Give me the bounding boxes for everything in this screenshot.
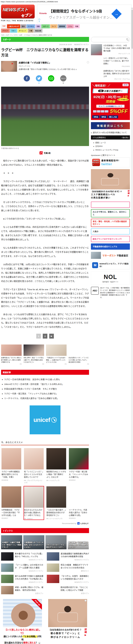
- nav-tab[interactable]: 特集: [74, 24, 80, 28]
- sidebar-link-box[interactable]: 不動産売却の成功マニュアル: [91, 244, 130, 250]
- sidebar-pr-item[interactable]: 1日2回食後に○○すると、14日で-10kg！日本人の9割が痩せる習慣が話題 P…: [91, 44, 130, 55]
- twitter-promo[interactable]: NEWS ポストセブン 最新情報配信中! twitter: [91, 158, 130, 167]
- news-list-item[interactable]: 埼玉小4殺害 無職夫がアプリで会ったもう1人の女性の告白 週刊ポスト: [47, 564, 89, 572]
- nav-tab[interactable]: 国内: [21, 24, 26, 28]
- recommend-card[interactable]: 「1日1分で髪の量が…」愛用者続出の売れすぎ育毛剤がすごい PR（ソーシャルテッ…: [46, 486, 67, 520]
- category-bar[interactable]: スポーツ: [1, 37, 89, 42]
- nav-tab[interactable]: コラム: [67, 24, 74, 28]
- recommend-card[interactable]: ラグビー代表・堀江翔太 「ドレッドヘアはみんな嫌がる」 2019/9/12: [68, 448, 89, 484]
- scroll-up-arrow[interactable]: ▲: [131, 7, 133, 9]
- logly-credit[interactable]: Recommended by Lg LOGLY: [1, 522, 89, 524]
- nav-tab[interactable]: 介護: [28, 29, 34, 33]
- column-source-item[interactable]: 日刊SPA!: [93, 144, 130, 148]
- nav-tab[interactable]: 国際情報: [58, 24, 66, 28]
- bottom-ad-right[interactable]: i 【ほぼ全員目のたるみが治ります】？ 朝の数秒で「ピーン」と 伸びるアイロンク…: [48, 599, 87, 644]
- pr-card[interactable]: ほぼ全員のシミが…?「シミだらけの顔にまず試してみて」渡辺美奈代が愛用 PR: [68, 344, 89, 365]
- nav-tab[interactable]: ダイエット: [18, 29, 28, 33]
- nav-tab[interactable]: TOP: [1, 24, 7, 28]
- inline-ad[interactable]: 皮膚科の妻「イボは家で簡単に」 PR(チュラコス) 皮膚科医の妻「男のイボは家で…: [1, 61, 89, 72]
- column-source-item[interactable]: 産経ニュース: [93, 141, 130, 144]
- comment-button[interactable]: コメント: [60, 75, 66, 82]
- recommend-card[interactable]: ラグビーW杯の観戦法 審判が選手にかける「言葉」を聞く 2019/9/18: [1, 448, 22, 484]
- recommend-card[interactable]: W杯開幕目前 ラグビー日本代表が挑む「不公平な伝統」とは 2019/9/17: [1, 486, 22, 520]
- page-1-button[interactable]: 1: [36, 334, 41, 338]
- news-list-item[interactable]: 『なつぞら』大団円 清原果耶という才能発見を喜ぶべきか NEWSポストセブン: [47, 575, 89, 583]
- related-article-link[interactable]: 166cmのラグビー日本代表・田中史朗 「逃げたくなる時もある」: [1, 382, 89, 386]
- recommend-card[interactable]: 目元だるんだるんの47歳が25歳に間違われた！10秒ケアが炎上 PR（Libei…: [24, 486, 44, 520]
- recommend-card[interactable]: 相田翔子(49)にシミがない理由!「家で簡単だよ?」大炎上中 PR（ヘルスアップ…: [46, 448, 67, 484]
- pr-card[interactable]: 5時に夢中！放送「シミが消える裏ワザ」厚生労働省も認めた方法がすごい PR: [24, 344, 44, 365]
- news-list-item[interactable]: 卓球・水谷隼に男女トラブル、被害届も 相手女性の告白 女性セブン: [1, 586, 43, 594]
- breadcrumb[interactable]: TOP > スポーツ > ラグビーW杯 ニワカはニワカなりに激戦を満喫する方法: [0, 33, 133, 37]
- nav-tab[interactable]: ライフ: [50, 24, 57, 28]
- play-icon[interactable]: ▶: [38, 642, 41, 644]
- sidebar-pr-item[interactable]: 皮膚科医(42)「ほうれい線を家で消す裏技」簡単すぎる方法が大炎上中 PR(ドク…: [91, 70, 130, 81]
- search-input[interactable]: [91, 37, 124, 42]
- related-article-link[interactable]: リーチマイケル、代表外国人選手は「日本の心理解する男」: [1, 396, 89, 400]
- nav-tab[interactable]: スポーツ: [41, 24, 50, 28]
- sidebar-link-box[interactable]: [91, 202, 130, 208]
- nav-tab[interactable]: ビジネス: [26, 24, 35, 28]
- nav-tab[interactable]: 芸能: [35, 24, 41, 28]
- adchoice-icon[interactable]: ↑: [87, 61, 89, 63]
- recommend-card[interactable]: 母「シミどこいった？」泥のシミコスメが注文殺到しているワケ PR（プレミアアンチ…: [24, 448, 44, 484]
- twitter-share-button[interactable]: [36, 75, 42, 82]
- sidebar-eye-ad[interactable]: 【ほぼ全員目のたるみが治ります】!? エステ解約続出レベル の再生医療が凄い 詳…: [91, 169, 130, 200]
- column-source-item[interactable]: SNSのニュースメディアInsty: [93, 148, 130, 152]
- ad-arrow-icon[interactable]: →: [111, 9, 122, 19]
- topic-card[interactable]: 大林素子 22歳年下俳優との「寿司デート」で熱烈アタック: [1, 535, 22, 549]
- topic-card[interactable]: パチンコライター・ナミ 美女がついにここまで…: [46, 535, 67, 549]
- topic-card[interactable]: 小泉環境相への「ステーキ批判」はちっともセクシーじゃない: [23, 535, 44, 549]
- article-photo[interactable]: [1, 86, 89, 146]
- news-list-item[interactable]: 「ジーンズ離れ」はなぜ起きたのか ブーム変遷で見えた要因 NEWSポストセブン: [1, 564, 43, 572]
- see-all-link[interactable]: 一覧を見る: [121, 136, 128, 138]
- moneypost-link[interactable]: マネーポスト 不動産査定: [91, 252, 130, 259]
- nol-banner[interactable]: NOL 海外販売・転送サイト: [91, 272, 130, 285]
- ad-info-icon[interactable]: i: [85, 600, 87, 602]
- sidebar-link-box[interactable]: 人気の: [91, 228, 130, 234]
- bottom-ad-left[interactable]: Pick up i 【シミ消したいならコレ絶対に試して】 顔にシミが多い人の「と…: [3, 599, 42, 644]
- pr-card[interactable]: 皮膚科医(42)「ほうれい線なら家で簡単だよ?」朝の1分習慣が簡単すぎる PR: [1, 344, 22, 365]
- site-logo[interactable]: NEWSポスト セブン: [1, 4, 35, 18]
- aeon-ad[interactable]: ＼増税直前！／ ÆON 特別お客さま感謝デー 9/29(日)・30(月) 特別に…: [91, 82, 130, 120]
- related-article-link[interactable]: ラグビー代表・堀江翔太 「ドレッドヘアはみんな嫌がる」: [1, 391, 89, 396]
- ad-detail-link[interactable]: 詳細▶: [84, 628, 87, 638]
- sidebar-link-box[interactable]: 脱毛ブランドおすすめランキング！: [91, 236, 130, 242]
- recommend-card-title: 相田翔子(49)にシミがない理由!「家で簡単だよ?」大炎上中: [46, 470, 66, 479]
- header-ad-banner[interactable]: Victoria i ✕ 【期間限定】今ならポイント5倍 ヴィクトリアスポーツモ…: [37, 4, 132, 23]
- sidebar-pr-item[interactable]: シミ・肝斑がたった7日で?試した9割が「シミ消える」裏ワザが話題に PR(LES…: [91, 57, 130, 68]
- next-page-button[interactable]: ▶: [49, 334, 54, 338]
- unicef-ad[interactable]: unicef: [30, 406, 60, 434]
- scrollbar[interactable]: ▲: [131, 7, 133, 644]
- search-icon[interactable]: [126, 38, 128, 40]
- news-list-item[interactable]: 欧州訪問の佳子さま、「ひとこと回答」に地元メディア困惑 女性セブン: [47, 586, 89, 594]
- topic-card[interactable]: 朝日新聞の「文化庁補助金不交付報道」は印象操作でしかない: [68, 535, 89, 549]
- ad-info-icon[interactable]: i: [38, 18, 40, 20]
- scrollbar-thumb[interactable]: [131, 10, 133, 49]
- sidebar-link-box[interactable]: みんなで考える、家族のこと、自分のこと: [91, 209, 130, 217]
- sidebar-pr-label: PR(ヘルスアップ): [103, 52, 130, 55]
- page-2-button[interactable]: 2: [43, 334, 47, 338]
- ad-info-icon[interactable]: i: [39, 600, 41, 602]
- photo-gallery-button[interactable]: 写真1枚: [1, 151, 89, 154]
- news-list-item[interactable]: 新木優子のガチな「ハロプロ愛」 肩から「HELLO」バッグも NEWSポストセブ…: [1, 552, 43, 561]
- nav-tab[interactable]: マネー: [10, 29, 17, 33]
- weekly-post-link[interactable]: 週刊ポスト9月13日号掲載の特集について: [91, 131, 130, 134]
- ad-detail-link[interactable]: 詳細▶: [127, 190, 130, 199]
- nav-tab[interactable]: グラビア: [1, 29, 10, 33]
- related-article-link[interactable]: 外国出身選手が数多いラグビー日本代表 それこそが魅力: [1, 386, 89, 391]
- info-submit-banner[interactable]: 情報提供はこちら: [91, 122, 130, 129]
- news-list-item[interactable]: 振り込め詐欺で中国から強制送還された40代男の「わが転落人生」 NEWSポストセ…: [1, 575, 43, 583]
- nav-tab[interactable]: 商品比較: [34, 29, 43, 33]
- news-list-item[interactable]: 違法動画蔓延で崩壊危機も声あげられぬR18映像業界の苦悩 NEWSポストセブン: [47, 552, 89, 561]
- pr-card[interactable]: 「化粧品のシミケアはお金の無駄…」48歳の私がやっとたどりついた方法 PR: [46, 344, 67, 365]
- related-article-link[interactable]: ラグビー日本代表名選手列伝 試合中に体重7キロ減った男も: [1, 377, 89, 382]
- nav-tab[interactable]: 人気ランキング: [7, 24, 20, 28]
- recommend-card[interactable]: リーチマイケル、代表外国人選手は「日本の心理解する男」 2019/9/13: [68, 486, 89, 520]
- line-share-button[interactable]: LINE: [48, 75, 54, 82]
- ad-close-icon[interactable]: ✕: [38, 21, 40, 22]
- sidebar-link-box[interactable]: 育毛・薄毛・育毛剤…ハゲ対策の徹底研究サイト: [91, 219, 130, 227]
- facebook-share-button[interactable]: f: [24, 75, 30, 82]
- recommend-card-image: [2, 448, 21, 470]
- app-promo[interactable]: M NEWSポストセブン、アプリで配信中！: [91, 261, 130, 270]
